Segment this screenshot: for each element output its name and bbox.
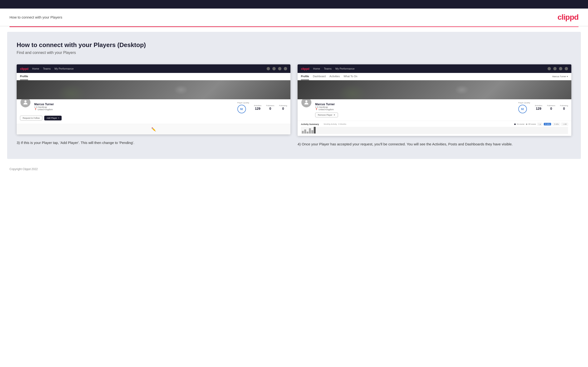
stat-followers-left: Followers 0 [266,105,274,110]
flag-icon-right[interactable] [565,67,568,70]
plus-icon: + [58,117,59,119]
following-value-right: 0 [560,107,568,110]
stat-followers-right: Followers 0 [547,105,555,110]
user-icon-right[interactable] [553,67,557,70]
remove-player-button[interactable]: Remove Player ✕ [315,113,338,117]
quality-stat-left: Player Quality 92 [237,102,249,113]
following-label-left: Following [279,105,287,107]
activities-label-left: Activities [254,105,261,107]
filter-6mths-button[interactable]: 6 mths [544,123,551,125]
stat-activities-right: Activities 129 [535,105,542,110]
tab-activities-right[interactable]: Activities [329,73,340,80]
filter-1yr-button[interactable]: 1 yr [537,123,543,125]
screenshot-left-col: clippd Home Teams My Performance Profile [17,64,290,147]
app-bottom-left: ✏️ [17,124,290,134]
request-follow-button[interactable]: Request to Follow [20,116,42,120]
filter-1mth-button[interactable]: 1 mth [561,123,568,125]
chart-bar-1 [302,131,304,133]
quality-label-left: Player Quality [237,102,249,104]
tab-dashboard-right[interactable]: Dashboard [313,73,326,80]
followers-value-right: 0 [547,107,555,110]
profile-info-left: Marcus Turner 1-5 Handicap 📍 United King… [34,102,234,111]
svg-point-1 [305,100,308,102]
app-nav-teams-left[interactable]: Teams [43,67,51,70]
user-icon-left[interactable] [272,67,276,70]
followers-value-left: 0 [266,107,274,110]
chevron-down-icon-right: ▾ [567,75,568,78]
flag-icon-left[interactable] [284,67,287,70]
app-nav-right: clippd Home Teams My Performance [298,64,571,73]
legend-off-course: Off course [526,123,536,125]
player-location-right: 📍 United Kingdom [315,108,515,111]
search-icon-left[interactable] [267,67,270,70]
footer: Copyright Clippd 2022 [0,164,588,175]
activity-period-right: Monthly Activity · 6 Months [324,123,346,125]
player-name-left: Marcus Turner [34,103,234,106]
tab-profile-right[interactable]: Profile [301,73,309,80]
quality-stat-right: Player Quality 92 [518,102,530,113]
stat-following-right: Following 0 [560,105,568,110]
quality-label-right: Player Quality [518,102,530,104]
settings-icon-right[interactable] [559,67,562,70]
header: How to connect with your Players clippd [0,8,588,26]
profile-row-right: Marcus Turner 1-5 Handicap 📍 United King… [301,102,568,117]
chart-bar-5 [311,130,313,133]
followers-label-left: Followers [266,105,274,107]
add-player-button[interactable]: Add Player + [44,116,62,120]
activities-label-right: Activities [535,105,542,107]
profile-info-right: Marcus Turner 1-5 Handicap 📍 United King… [315,102,515,117]
app-nav-left: clippd Home Teams My Performance [17,64,290,73]
legend-on-course: On course [514,123,524,125]
app-nav-home-left[interactable]: Home [32,67,39,70]
profile-hero-left [17,80,290,99]
app-nav-performance-left[interactable]: My Performance [54,67,74,70]
profile-hero-img-left [17,80,290,99]
quality-circle-right: 92 [518,105,527,113]
location-icon-left: 📍 [34,108,37,111]
mock-app-left: clippd Home Teams My Performance Profile [17,64,290,134]
app-nav-icons-left [267,67,287,70]
caption-left: 3) If this is your Player tap, 'Add Play… [17,140,290,146]
activity-header-right: Activity Summary Monthly Activity · 6 Mo… [301,123,568,125]
app-tabs-left: Profile [17,73,290,80]
player-stats-right: Player Quality 92 Activities 129 Followe… [518,102,568,113]
quality-circle-left: 92 [237,105,246,113]
close-icon-remove: ✕ [334,114,335,116]
caption-right: 4) Once your Player has accepted your re… [298,142,571,147]
chart-bar-4 [309,128,311,133]
activity-chart [301,127,568,134]
search-icon-right[interactable] [548,67,551,70]
player-name-right: Marcus Turner [315,103,515,106]
app-tabs-right: Profile Dashboard Activities What To On [301,73,552,80]
player-dropdown-right[interactable]: Marcus Turner ▾ [552,75,568,78]
app-nav-teams-right[interactable]: Teams [324,67,332,70]
profile-hero-img-right [298,80,571,99]
activities-value-left: 129 [254,107,261,110]
accent-line [9,26,579,27]
edit-icon-left: ✏️ [151,127,156,132]
player-stats-left: Player Quality 92 Activities 129 Followe… [237,102,287,113]
tab-what-to-on-right[interactable]: What To On [344,73,357,80]
chart-bar-3 [307,132,309,133]
location-icon-right: 📍 [315,108,318,111]
app-tabs-right-row: Profile Dashboard Activities What To On … [298,73,571,80]
copyright-text: Copyright Clippd 2022 [9,167,38,171]
stat-following-left: Following 0 [279,105,287,110]
activities-value-right: 129 [535,107,542,110]
profile-body-right: Marcus Turner 1-5 Handicap 📍 United King… [298,99,571,121]
app-nav-performance-right[interactable]: My Performance [335,67,355,70]
settings-icon-left[interactable] [278,67,281,70]
profile-hero-right [298,80,571,99]
svg-point-0 [25,100,27,102]
mock-app-right: clippd Home Teams My Performance P [298,64,571,136]
activity-summary-right: Activity Summary Monthly Activity · 6 Mo… [298,121,571,136]
player-handicap-right: 1-5 Handicap [315,106,515,108]
main-content: How to connect with your Players (Deskto… [7,32,581,159]
filter-3mths-button[interactable]: 3 mths [553,123,560,125]
tab-profile-left[interactable]: Profile [20,73,28,80]
app-nav-logo-right: clippd [301,67,309,71]
screenshots-row: clippd Home Teams My Performance Profile [17,64,571,147]
followers-label-right: Followers [547,105,555,107]
following-label-right: Following [560,105,568,107]
app-nav-home-right[interactable]: Home [313,67,320,70]
